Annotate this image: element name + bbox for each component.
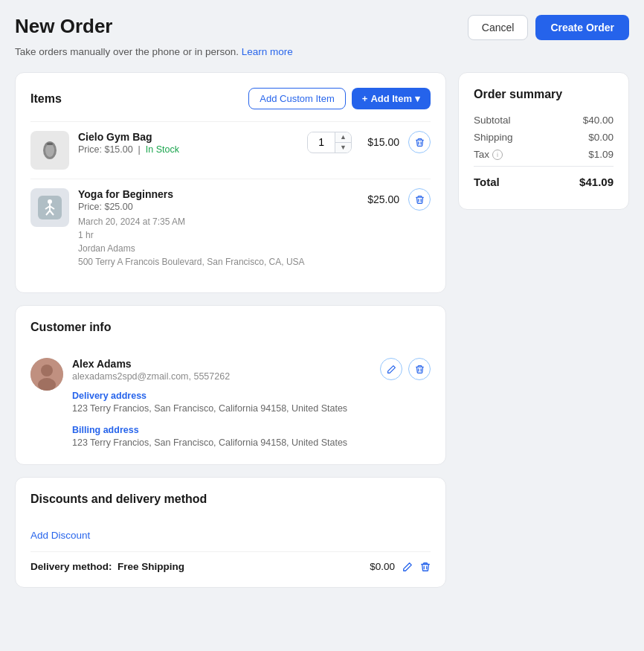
item-meta-yoga: Price: $25.00: [78, 202, 352, 212]
item-row-yoga: Yoga for Beginners Price: $25.00 March 2…: [30, 179, 431, 278]
customer-info-title: Customer info: [30, 321, 111, 334]
shipping-value: $0.00: [588, 132, 614, 143]
customer-info-header: Customer info: [30, 321, 431, 346]
billing-address-section: Billing address 123 Terry Francios, San …: [72, 425, 371, 450]
quantity-input-wrap-bag: ▲ ▼: [307, 132, 352, 153]
billing-address-label: Billing address: [72, 425, 371, 435]
item-name-bag: Cielo Gym Bag: [78, 131, 298, 143]
qty-up-bag[interactable]: ▲: [335, 132, 351, 143]
tax-value: $1.09: [588, 149, 614, 160]
trash-icon-delivery: [420, 562, 431, 572]
plus-icon: +: [362, 93, 368, 104]
qty-down-bag[interactable]: ▼: [335, 143, 351, 153]
order-summary-card: Order summary Subtotal $40.00 Shipping $…: [458, 72, 629, 210]
trash-icon: [415, 138, 425, 147]
summary-shipping-row: Shipping $0.00: [474, 132, 614, 143]
summary-total-row: Total $41.09: [474, 166, 614, 188]
svg-rect-2: [47, 143, 53, 145]
summary-tax-row: Tax i $1.09: [474, 149, 614, 160]
item-image-yoga: [30, 188, 69, 227]
header-actions: Cancel Create Order: [468, 15, 629, 40]
discounts-card: Discounts and delivery method Add Discou…: [15, 477, 446, 588]
delivery-method-label: Delivery method: Free Shipping: [30, 561, 184, 572]
add-discount-link[interactable]: Add Discount: [30, 530, 431, 541]
items-title: Items: [30, 92, 62, 106]
subtitle: Take orders manually over the phone or i…: [15, 46, 629, 57]
delivery-row: Delivery method: Free Shipping $0.00: [30, 551, 431, 572]
tax-label: Tax i: [474, 149, 503, 160]
customer-name: Alex Adams: [72, 358, 371, 370]
create-order-button[interactable]: Create Order: [535, 15, 629, 40]
cancel-button[interactable]: Cancel: [468, 15, 529, 40]
item-image-bag: [30, 131, 69, 170]
items-card: Items Add Custom Item + Add Item ▾: [15, 72, 446, 293]
order-summary-title: Order summary: [474, 88, 614, 101]
customer-avatar: [30, 358, 63, 391]
main-layout: Items Add Custom Item + Add Item ▾: [15, 72, 629, 588]
billing-address-text: 123 Terry Francios, San Francisco, Calif…: [72, 437, 371, 450]
quantity-input-bag[interactable]: [308, 132, 335, 152]
summary-subtotal-row: Subtotal $40.00: [474, 115, 614, 126]
items-header-buttons: Add Custom Item + Add Item ▾: [248, 88, 431, 109]
customer-row: Alex Adams alexadams2spd@zmail.com, 5557…: [30, 358, 431, 449]
item-controls-bag: ▲ ▼ $15.00: [307, 131, 431, 153]
delete-customer-button[interactable]: [408, 358, 431, 380]
learn-more-link[interactable]: Learn more: [242, 46, 293, 57]
subtotal-value: $40.00: [583, 115, 614, 126]
trash-icon-customer: [415, 365, 425, 374]
total-value: $41.09: [579, 176, 614, 188]
item-row: Cielo Gym Bag Price: $15.00 | In Stock ▲…: [30, 121, 431, 179]
left-column: Items Add Custom Item + Add Item ▾: [15, 72, 446, 588]
items-card-header: Items Add Custom Item + Add Item ▾: [30, 88, 431, 109]
svg-point-11: [41, 365, 53, 376]
add-custom-item-button[interactable]: Add Custom Item: [248, 88, 345, 109]
tax-info-icon: i: [492, 150, 503, 160]
shipping-label: Shipping: [474, 132, 513, 143]
discounts-title: Discounts and delivery method: [30, 493, 207, 506]
delivery-price: $0.00: [370, 561, 395, 572]
customer-contact: alexadams2spd@zmail.com, 5557262: [72, 371, 371, 382]
delivery-right: $0.00: [370, 561, 431, 572]
right-column: Order summary Subtotal $40.00 Shipping $…: [458, 72, 629, 210]
item-details-bag: Cielo Gym Bag Price: $15.00 | In Stock: [78, 131, 298, 155]
add-item-button[interactable]: + Add Item ▾: [352, 88, 431, 109]
edit-delivery-icon: [402, 562, 413, 572]
svg-point-1: [45, 144, 54, 157]
customer-details: Alex Adams alexadams2spd@zmail.com, 5557…: [72, 358, 371, 449]
delete-item-bag-button[interactable]: [408, 131, 431, 153]
delivery-address-section: Delivery address 123 Terry Francios, San…: [72, 391, 371, 416]
delivery-address-label: Delivery address: [72, 391, 371, 401]
item-price-bag: $15.00: [361, 136, 399, 148]
edit-delivery-button[interactable]: [402, 562, 413, 572]
edit-customer-button[interactable]: [380, 358, 402, 380]
trash-icon-yoga: [415, 195, 425, 205]
discounts-card-header: Discounts and delivery method: [30, 493, 431, 518]
avatar-image: [30, 358, 63, 391]
delete-delivery-button[interactable]: [420, 562, 431, 572]
subtotal-label: Subtotal: [474, 115, 511, 126]
total-label: Total: [474, 176, 500, 188]
chevron-down-icon: ▾: [415, 93, 420, 104]
item-meta-bag: Price: $15.00 | In Stock: [78, 144, 298, 155]
qty-arrows-bag: ▲ ▼: [335, 132, 351, 153]
item-name-yoga: Yoga for Beginners: [78, 188, 352, 200]
item-price-yoga: $25.00: [361, 193, 399, 205]
edit-icon: [387, 365, 396, 374]
customer-info-card: Customer info Alex Adams alexadams2spd@z…: [15, 305, 446, 465]
item-sub-meta-yoga: March 20, 2024 at 7:35 AM 1 hr Jordan Ad…: [78, 215, 352, 269]
delete-item-yoga-button[interactable]: [408, 188, 431, 211]
item-details-yoga: Yoga for Beginners Price: $25.00 March 2…: [78, 188, 352, 269]
customer-actions: [380, 358, 431, 380]
svg-point-4: [48, 199, 52, 204]
delivery-address-text: 123 Terry Francios, San Francisco, Calif…: [72, 403, 371, 416]
item-controls-yoga: $25.00: [361, 188, 431, 211]
page-title: New Order: [15, 15, 113, 38]
